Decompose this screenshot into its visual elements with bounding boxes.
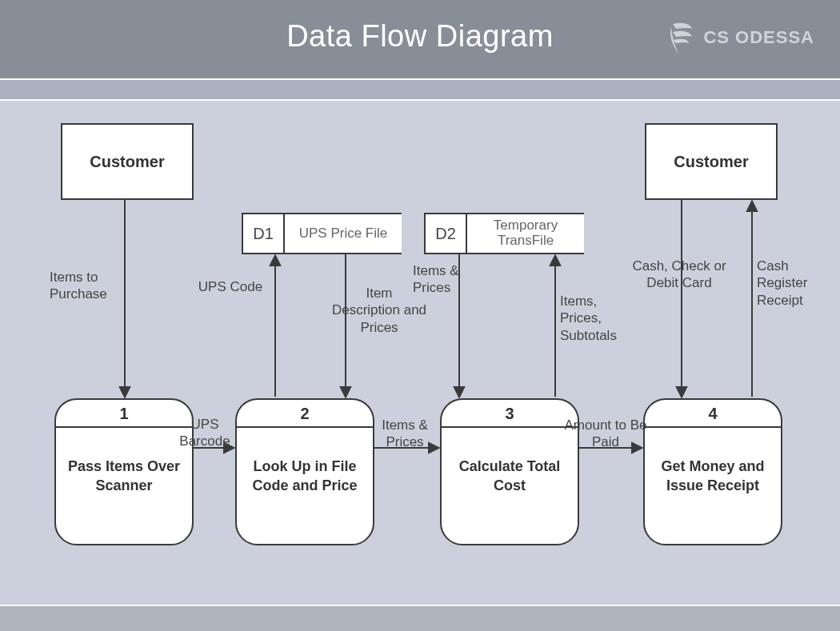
flow-label-cash-register-receipt: Cash Register Receipt — [757, 258, 829, 309]
flow-label-cash-check-debit: Cash, Check or Debit Card — [627, 258, 731, 292]
datastore-label: UPS Price File — [285, 214, 402, 253]
datastore-id: D2 — [426, 214, 467, 253]
flow-label-items-prices-subtotals: Items, Prices, Subtotals — [560, 293, 640, 344]
flow-label-items-to-purchase: Items to Purchase — [50, 269, 146, 303]
process-id: 3 — [442, 400, 578, 428]
process-label: Pass Items Over Scanner — [56, 428, 192, 496]
entity-customer-left: Customer — [61, 123, 194, 200]
process-4: 4 Get Money and Issue Receipt — [643, 398, 782, 545]
process-label: Get Money and Issue Receipt — [645, 428, 781, 496]
datastore-label: Temporary TransFile — [467, 214, 584, 253]
flow-label-items-prices-2: Items & Prices — [373, 417, 437, 451]
flow-label-ups-code: UPS Code — [190, 278, 270, 295]
header: Data Flow Diagram CS ODESSA — [0, 0, 840, 78]
datastore-d2: D2 Temporary TransFile — [424, 213, 584, 254]
datastore-id: D1 — [243, 214, 285, 253]
datastore-d1: D1 UPS Price File — [242, 213, 402, 254]
flow-label-amount-to-be-paid: Amount to Be Paid — [562, 417, 650, 451]
process-label: Calculate Total Cost — [442, 428, 578, 496]
entity-label: Customer — [674, 153, 748, 171]
brand-icon — [665, 18, 697, 58]
process-label: Look Up in File Code and Price — [237, 428, 373, 496]
process-3: 3 Calculate Total Cost — [440, 398, 579, 545]
flow-label-items-prices-1: Items & Prices — [413, 262, 485, 297]
entity-label: Customer — [90, 153, 164, 171]
process-id: 2 — [237, 400, 373, 428]
flow-label-ups-barcode: UPS Barcode — [173, 416, 237, 450]
process-2: 2 Look Up in File Code and Price — [235, 398, 374, 545]
brand-text: CS ODESSA — [703, 27, 814, 48]
entity-customer-right: Customer — [645, 123, 778, 200]
header-band — [0, 78, 840, 101]
diagram-container: Data Flow Diagram CS ODESSA Customer Cus… — [0, 0, 840, 631]
footer-band — [0, 605, 840, 631]
process-id: 1 — [56, 400, 192, 428]
diagram-canvas: Customer Customer D1 UPS Price File D2 T… — [0, 101, 840, 605]
process-id: 4 — [645, 400, 781, 428]
brand-logo: CS ODESSA — [665, 18, 814, 58]
